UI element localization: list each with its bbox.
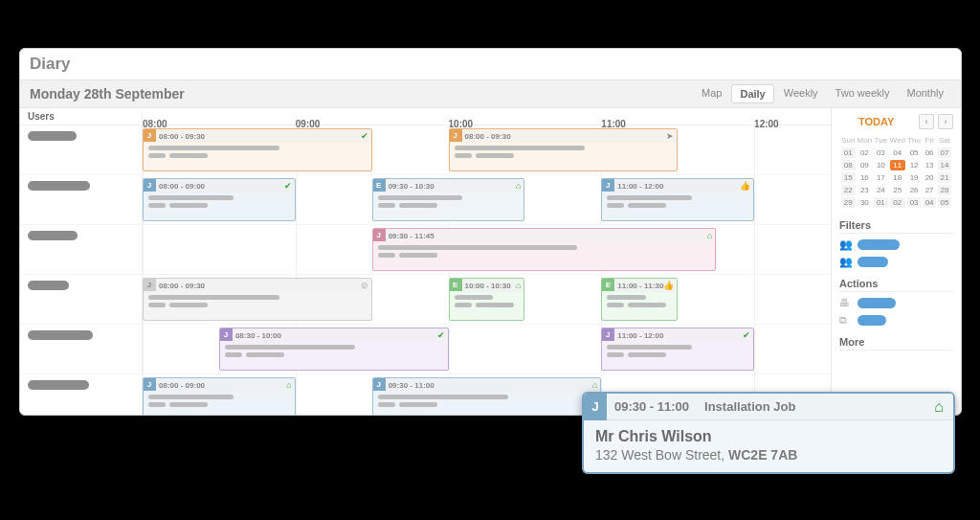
calendar-day[interactable]: 13 <box>923 160 935 170</box>
calendar-day[interactable]: 06 <box>923 147 935 158</box>
more-header: More <box>839 336 953 350</box>
date-tab-bar: Monday 28th September MapDailyWeeklyTwo … <box>20 79 961 108</box>
event-tag: J <box>143 377 156 391</box>
action-item[interactable]: 🖶 <box>839 297 953 309</box>
calendar-day[interactable]: 10 <box>874 160 887 170</box>
calendar-day[interactable]: 01 <box>874 197 887 208</box>
event-card[interactable]: J08:00 - 09:30✔ <box>143 128 372 171</box>
event-tag: J <box>372 228 386 241</box>
calendar-day[interactable]: 01 <box>841 147 856 158</box>
event-tag: J <box>143 278 156 291</box>
calendar-day[interactable]: 08 <box>841 160 856 170</box>
event-time: 11:00 - 12:00 <box>617 331 663 340</box>
check-icon: ✔ <box>284 181 292 191</box>
event-time: 08:00 - 09:00 <box>159 182 205 191</box>
calendar-day[interactable]: 09 <box>858 160 873 170</box>
view-tabs: MapDailyWeeklyTwo weeklyMonthly <box>694 84 951 103</box>
event-time: 08:00 - 09:00 <box>159 381 205 390</box>
calendar-day[interactable]: 05 <box>907 147 921 158</box>
event-card[interactable]: E10:00 - 10:30⌂ <box>449 278 525 321</box>
calendar-day[interactable]: 07 <box>938 147 951 158</box>
user-timeline[interactable]: J08:00 - 09:30⊘E10:00 - 10:30⌂E11:00 - 1… <box>143 275 831 324</box>
ban-icon: ⊘ <box>361 281 368 290</box>
calendar-day[interactable]: 27 <box>923 185 935 195</box>
calendar-day[interactable]: 26 <box>907 185 921 195</box>
today-link[interactable]: TODAY <box>858 116 894 127</box>
event-card[interactable]: J08:30 - 10:00✔ <box>219 328 449 371</box>
user-timeline[interactable]: J09:30 - 11:45⌂ <box>143 225 831 274</box>
filter-users-icon: 👥 <box>839 256 852 268</box>
event-time: 09:30 - 11:45 <box>389 232 434 240</box>
filter-item[interactable]: 👥 <box>839 238 953 251</box>
action-item[interactable]: ⧉ <box>839 314 953 327</box>
calendar-day[interactable]: 15 <box>841 172 856 183</box>
calendar-day[interactable]: 23 <box>858 185 873 195</box>
calendar-day[interactable]: 24 <box>874 185 887 195</box>
view-tab-monthly[interactable]: Monthly <box>899 84 951 103</box>
calendar-day[interactable]: 22 <box>841 185 856 195</box>
event-tag: J <box>449 128 462 142</box>
calendar-day[interactable]: 03 <box>907 197 921 208</box>
calendar-day[interactable]: 03 <box>874 147 887 158</box>
mini-calendar[interactable]: SunMonTueWedThuFriSat0102030405060708091… <box>839 133 953 210</box>
calendar-day[interactable]: 20 <box>923 172 935 183</box>
event-tag: J <box>601 328 614 341</box>
user-row: J08:00 - 09:00✔E09:30 - 10:30⌂J11:00 - 1… <box>20 175 831 225</box>
event-card[interactable]: J08:00 - 09:00⌂ <box>143 377 296 415</box>
calendar-day[interactable]: 12 <box>907 160 921 170</box>
event-card[interactable]: E09:30 - 10:30⌂ <box>372 178 525 221</box>
event-tag: E <box>449 278 462 291</box>
calendar-day[interactable]: 04 <box>890 147 905 158</box>
event-tag: E <box>601 278 614 291</box>
tooltip-customer: Mr Chris Wilson <box>584 420 953 447</box>
user-timeline[interactable]: J08:30 - 10:00✔J11:00 - 12:00✔ <box>143 325 831 373</box>
calendar-day[interactable]: 30 <box>858 197 873 208</box>
calendar-day[interactable]: 02 <box>890 197 905 208</box>
calendar-day[interactable]: 14 <box>938 160 951 170</box>
check-icon: ✔ <box>743 330 750 340</box>
event-card[interactable]: J09:30 - 11:45⌂ <box>372 228 717 271</box>
next-period-button[interactable]: › <box>938 114 953 129</box>
user-timeline[interactable]: J08:00 - 09:30✔J08:00 - 09:30➤ <box>143 125 831 174</box>
calendar-day[interactable]: 21 <box>938 172 951 183</box>
user-timeline[interactable]: J08:00 - 09:00✔E09:30 - 10:30⌂J11:00 - 1… <box>143 175 831 224</box>
calendar-day[interactable]: 18 <box>890 172 905 183</box>
calendar-day[interactable]: 16 <box>858 172 873 183</box>
calendar-day[interactable]: 04 <box>923 197 935 208</box>
home-icon: ⌂ <box>286 380 291 390</box>
calendar-day[interactable]: 11 <box>890 160 905 170</box>
event-card[interactable]: J09:30 - 11:00⌂ <box>372 377 602 415</box>
nav-icon: ➤ <box>666 131 674 141</box>
event-card[interactable]: J08:00 - 09:00✔ <box>143 178 296 221</box>
calendar-day[interactable]: 29 <box>841 197 856 208</box>
prev-period-button[interactable]: ‹ <box>919 114 934 129</box>
timeline-grid: J08:00 - 09:30✔J08:00 - 09:30➤J08:00 - 0… <box>20 125 831 415</box>
calendar-day[interactable]: 19 <box>907 172 921 183</box>
event-time: 08:00 - 09:30 <box>465 132 511 141</box>
calendar-day[interactable]: 17 <box>874 172 887 183</box>
sidebar: TODAY ‹ › SunMonTueWedThuFriSat010203040… <box>832 108 961 415</box>
view-tab-two-weekly[interactable]: Two weekly <box>828 84 898 103</box>
hour-header: Users 08:0009:0010:0011:0012:00 <box>20 108 831 125</box>
copy-icon: ⧉ <box>839 314 852 327</box>
view-tab-daily[interactable]: Daily <box>731 84 773 103</box>
event-card[interactable]: J11:00 - 12:00✔ <box>601 328 754 371</box>
event-time: 09:30 - 11:00 <box>389 381 434 390</box>
event-card[interactable]: J08:00 - 09:30⊘ <box>143 278 372 321</box>
tooltip-tag: J <box>584 394 607 420</box>
home-icon: ⌂ <box>707 231 712 240</box>
event-card[interactable]: E11:00 - 11:30👍 <box>601 278 678 321</box>
filter-item[interactable]: 👥 <box>839 256 953 268</box>
calendar-day[interactable]: 28 <box>938 185 951 195</box>
home-icon: ⌂ <box>516 281 521 290</box>
event-card[interactable]: J08:00 - 09:30➤ <box>449 128 679 171</box>
view-tab-map[interactable]: Map <box>694 84 729 103</box>
event-card[interactable]: J11:00 - 12:00👍 <box>601 178 754 221</box>
event-time: 08:30 - 10:00 <box>235 331 281 340</box>
calendar-day[interactable]: 25 <box>890 185 905 195</box>
view-tab-weekly[interactable]: Weekly <box>776 84 826 103</box>
panel-title: Diary <box>20 49 961 79</box>
current-date-label: Monday 28th September <box>30 86 694 102</box>
calendar-day[interactable]: 02 <box>858 147 873 158</box>
calendar-day[interactable]: 05 <box>938 197 951 208</box>
